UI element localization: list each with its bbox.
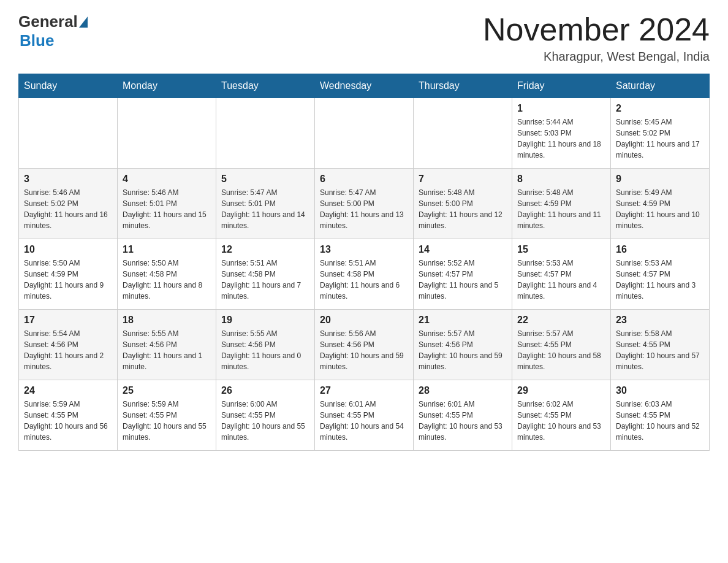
day-number: 6 (320, 174, 408, 185)
day-number: 9 (616, 174, 704, 185)
day-info: Sunrise: 5:53 AM Sunset: 4:57 PM Dayligh… (517, 258, 605, 302)
day-info: Sunrise: 5:46 AM Sunset: 5:01 PM Dayligh… (123, 187, 211, 231)
day-info: Sunrise: 5:50 AM Sunset: 4:59 PM Dayligh… (24, 258, 112, 302)
day-info: Sunrise: 6:02 AM Sunset: 4:55 PM Dayligh… (517, 399, 605, 443)
day-info: Sunrise: 5:55 AM Sunset: 4:56 PM Dayligh… (123, 328, 211, 372)
day-info: Sunrise: 5:51 AM Sunset: 4:58 PM Dayligh… (320, 258, 408, 302)
day-info: Sunrise: 5:53 AM Sunset: 4:57 PM Dayligh… (616, 258, 704, 302)
title-block: November 2024 Kharagpur, West Bengal, In… (483, 12, 710, 64)
table-row: 19 Sunrise: 5:55 AM Sunset: 4:56 PM Dayl… (216, 310, 315, 380)
table-row: 3 Sunrise: 5:46 AM Sunset: 5:02 PM Dayli… (19, 169, 118, 239)
table-row: 11 Sunrise: 5:50 AM Sunset: 4:58 PM Dayl… (118, 239, 216, 310)
day-info: Sunrise: 5:48 AM Sunset: 5:00 PM Dayligh… (419, 187, 507, 231)
table-row: 1 Sunrise: 5:44 AM Sunset: 5:03 PM Dayli… (512, 98, 611, 169)
day-info: Sunrise: 5:59 AM Sunset: 4:55 PM Dayligh… (123, 399, 211, 443)
day-info: Sunrise: 5:47 AM Sunset: 5:00 PM Dayligh… (320, 187, 408, 231)
col-friday: Friday (512, 74, 611, 98)
day-info: Sunrise: 5:55 AM Sunset: 4:56 PM Dayligh… (221, 328, 309, 372)
table-row: 17 Sunrise: 5:54 AM Sunset: 4:56 PM Dayl… (19, 310, 118, 380)
day-info: Sunrise: 5:58 AM Sunset: 4:55 PM Dayligh… (616, 328, 704, 372)
table-row: 26 Sunrise: 6:00 AM Sunset: 4:55 PM Dayl… (216, 380, 315, 451)
day-info: Sunrise: 6:03 AM Sunset: 4:55 PM Dayligh… (616, 399, 704, 443)
col-wednesday: Wednesday (315, 74, 414, 98)
col-sunday: Sunday (19, 74, 118, 98)
col-tuesday: Tuesday (216, 74, 315, 98)
table-row: 14 Sunrise: 5:52 AM Sunset: 4:57 PM Dayl… (414, 239, 512, 310)
day-info: Sunrise: 6:01 AM Sunset: 4:55 PM Dayligh… (419, 399, 507, 443)
day-info: Sunrise: 5:45 AM Sunset: 5:02 PM Dayligh… (616, 117, 704, 161)
day-info: Sunrise: 5:49 AM Sunset: 4:59 PM Dayligh… (616, 187, 704, 231)
day-info: Sunrise: 5:44 AM Sunset: 5:03 PM Dayligh… (517, 117, 605, 161)
table-row (118, 98, 216, 169)
table-row: 20 Sunrise: 5:56 AM Sunset: 4:56 PM Dayl… (315, 310, 414, 380)
table-row: 28 Sunrise: 6:01 AM Sunset: 4:55 PM Dayl… (414, 380, 512, 451)
col-saturday: Saturday (611, 74, 710, 98)
logo-triangle-icon (79, 17, 88, 28)
table-row: 29 Sunrise: 6:02 AM Sunset: 4:55 PM Dayl… (512, 380, 611, 451)
day-number: 19 (221, 315, 309, 326)
table-row: 27 Sunrise: 6:01 AM Sunset: 4:55 PM Dayl… (315, 380, 414, 451)
day-info: Sunrise: 5:59 AM Sunset: 4:55 PM Dayligh… (24, 399, 112, 443)
logo-general-text: General (18, 12, 78, 31)
calendar-table: Sunday Monday Tuesday Wednesday Thursday… (18, 74, 710, 451)
table-row (19, 98, 118, 169)
table-row: 24 Sunrise: 5:59 AM Sunset: 4:55 PM Dayl… (19, 380, 118, 451)
day-info: Sunrise: 5:54 AM Sunset: 4:56 PM Dayligh… (24, 328, 112, 372)
page-header: General Blue November 2024 Kharagpur, We… (18, 12, 710, 64)
table-row: 18 Sunrise: 5:55 AM Sunset: 4:56 PM Dayl… (118, 310, 216, 380)
day-number: 12 (221, 244, 309, 255)
day-number: 15 (517, 244, 605, 255)
table-row (216, 98, 315, 169)
day-info: Sunrise: 5:51 AM Sunset: 4:58 PM Dayligh… (221, 258, 309, 302)
table-row: 13 Sunrise: 5:51 AM Sunset: 4:58 PM Dayl… (315, 239, 414, 310)
day-info: Sunrise: 5:48 AM Sunset: 4:59 PM Dayligh… (517, 187, 605, 231)
day-number: 23 (616, 315, 704, 326)
day-number: 18 (123, 315, 211, 326)
col-thursday: Thursday (414, 74, 512, 98)
calendar-header-row: Sunday Monday Tuesday Wednesday Thursday… (19, 74, 710, 98)
day-number: 13 (320, 244, 408, 255)
day-number: 27 (320, 385, 408, 396)
table-row: 7 Sunrise: 5:48 AM Sunset: 5:00 PM Dayli… (414, 169, 512, 239)
day-number: 11 (123, 244, 211, 255)
day-number: 8 (517, 174, 605, 185)
table-row: 9 Sunrise: 5:49 AM Sunset: 4:59 PM Dayli… (611, 169, 710, 239)
day-number: 26 (221, 385, 309, 396)
table-row: 15 Sunrise: 5:53 AM Sunset: 4:57 PM Dayl… (512, 239, 611, 310)
day-number: 10 (24, 244, 112, 255)
table-row: 23 Sunrise: 5:58 AM Sunset: 4:55 PM Dayl… (611, 310, 710, 380)
day-info: Sunrise: 6:00 AM Sunset: 4:55 PM Dayligh… (221, 399, 309, 443)
location-text: Kharagpur, West Bengal, India (483, 50, 710, 64)
table-row: 8 Sunrise: 5:48 AM Sunset: 4:59 PM Dayli… (512, 169, 611, 239)
day-number: 7 (419, 174, 507, 185)
day-info: Sunrise: 5:57 AM Sunset: 4:55 PM Dayligh… (517, 328, 605, 372)
day-number: 28 (419, 385, 507, 396)
day-number: 4 (123, 174, 211, 185)
table-row: 21 Sunrise: 5:57 AM Sunset: 4:56 PM Dayl… (414, 310, 512, 380)
day-info: Sunrise: 5:47 AM Sunset: 5:01 PM Dayligh… (221, 187, 309, 231)
day-number: 3 (24, 174, 112, 185)
day-info: Sunrise: 5:52 AM Sunset: 4:57 PM Dayligh… (419, 258, 507, 302)
day-number: 5 (221, 174, 309, 185)
day-info: Sunrise: 5:57 AM Sunset: 4:56 PM Dayligh… (419, 328, 507, 372)
day-number: 22 (517, 315, 605, 326)
table-row: 4 Sunrise: 5:46 AM Sunset: 5:01 PM Dayli… (118, 169, 216, 239)
day-number: 24 (24, 385, 112, 396)
table-row: 16 Sunrise: 5:53 AM Sunset: 4:57 PM Dayl… (611, 239, 710, 310)
table-row: 12 Sunrise: 5:51 AM Sunset: 4:58 PM Dayl… (216, 239, 315, 310)
table-row: 10 Sunrise: 5:50 AM Sunset: 4:59 PM Dayl… (19, 239, 118, 310)
day-number: 17 (24, 315, 112, 326)
month-title: November 2024 (483, 12, 710, 47)
table-row: 2 Sunrise: 5:45 AM Sunset: 5:02 PM Dayli… (611, 98, 710, 169)
calendar-week-row: 17 Sunrise: 5:54 AM Sunset: 4:56 PM Dayl… (19, 310, 710, 380)
table-row: 25 Sunrise: 5:59 AM Sunset: 4:55 PM Dayl… (118, 380, 216, 451)
day-info: Sunrise: 6:01 AM Sunset: 4:55 PM Dayligh… (320, 399, 408, 443)
table-row (315, 98, 414, 169)
day-number: 1 (517, 103, 605, 114)
day-number: 16 (616, 244, 704, 255)
day-info: Sunrise: 5:46 AM Sunset: 5:02 PM Dayligh… (24, 187, 112, 231)
day-number: 25 (123, 385, 211, 396)
day-info: Sunrise: 5:56 AM Sunset: 4:56 PM Dayligh… (320, 328, 408, 372)
calendar-week-row: 10 Sunrise: 5:50 AM Sunset: 4:59 PM Dayl… (19, 239, 710, 310)
table-row: 22 Sunrise: 5:57 AM Sunset: 4:55 PM Dayl… (512, 310, 611, 380)
